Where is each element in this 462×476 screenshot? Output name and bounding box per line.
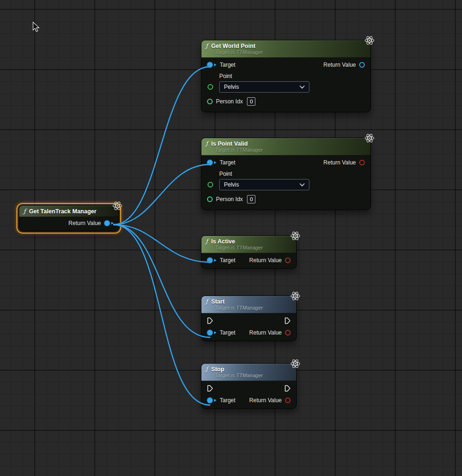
function-icon: ƒ: [206, 298, 208, 305]
node-stop[interactable]: ƒ Stop Target is TTManager Target Return…: [201, 363, 297, 409]
target-input-pin[interactable]: [207, 160, 213, 165]
atom-badge-icon: [290, 359, 300, 369]
chevron-down-icon: [300, 183, 305, 187]
node-header[interactable]: ƒ Is Active Target is TTManager: [201, 236, 296, 253]
blueprint-graph-canvas[interactable]: ƒ Get World Point Target is TTManager Ta…: [0, 0, 462, 476]
return-value-label: Return Value: [249, 257, 282, 264]
node-is-active[interactable]: ƒ Is Active Target is TTManager Target R…: [201, 235, 297, 269]
node-header[interactable]: ƒ Start Target is TTManager: [201, 296, 296, 313]
exec-in-pin[interactable]: [207, 385, 213, 394]
node-title: Stop: [211, 366, 224, 373]
function-icon: ƒ: [206, 42, 208, 49]
target-input-pin[interactable]: [207, 62, 213, 68]
node-header[interactable]: ƒ Get TalenTrack Manager: [19, 206, 118, 217]
point-dropdown[interactable]: Pelvis: [219, 179, 309, 190]
exec-out-pin[interactable]: [285, 317, 291, 326]
pin-wedge-icon: [214, 161, 216, 164]
function-icon: ƒ: [23, 208, 26, 215]
wire-manager-to-get-world-point: [114, 67, 210, 225]
return-value-label: Return Value: [249, 329, 282, 336]
pin-wedge-icon: [111, 222, 114, 225]
function-icon: ƒ: [206, 238, 208, 245]
node-subtitle: Target is TTManager: [215, 305, 292, 311]
target-input-pin[interactable]: [207, 330, 213, 336]
function-icon: ƒ: [206, 140, 208, 147]
return-value-label: Return Value: [323, 62, 356, 68]
atom-badge-icon: [112, 201, 123, 211]
point-pin-label: Point: [219, 171, 365, 178]
point-input-pin[interactable]: [208, 182, 213, 187]
target-pin-label: Target: [220, 397, 235, 404]
node-header[interactable]: ƒ Get World Point Target is TTManager: [201, 40, 370, 58]
node-get-talentrack-manager[interactable]: ƒ Get TalenTrack Manager Return Value: [19, 205, 119, 231]
wire-manager-to-is-point-valid: [114, 164, 210, 225]
return-value-label: Return Value: [69, 220, 101, 226]
pin-wedge-icon: [214, 399, 216, 402]
person-idx-input[interactable]: 0: [247, 97, 255, 106]
node-subtitle: Target is TTManager: [215, 245, 292, 250]
node-title: Get World Point: [211, 43, 255, 49]
point-input-pin[interactable]: [208, 84, 213, 90]
pin-wedge-icon: [214, 259, 216, 262]
return-value-pin[interactable]: [104, 220, 110, 226]
return-value-pin[interactable]: [285, 258, 291, 263]
person-idx-input-pin[interactable]: [207, 99, 213, 104]
target-pin-label: Target: [220, 159, 235, 166]
pin-wedge-icon: [214, 63, 216, 66]
pin-wedge-icon: [214, 331, 216, 334]
target-input-pin[interactable]: [207, 258, 213, 263]
node-subtitle: Target is TTManager: [215, 147, 366, 153]
return-value-label: Return Value: [249, 397, 282, 404]
node-header[interactable]: ƒ Is Point Valid Target is TTManager: [201, 138, 370, 156]
atom-badge-icon: [364, 35, 375, 46]
atom-badge-icon: [290, 231, 300, 241]
return-value-label: Return Value: [323, 159, 356, 166]
exec-in-pin[interactable]: [207, 317, 213, 326]
exec-out-pin[interactable]: [285, 385, 291, 394]
atom-badge-icon: [364, 133, 375, 143]
target-pin-label: Target: [220, 62, 235, 68]
target-pin-label: Target: [220, 257, 235, 264]
node-start[interactable]: ƒ Start Target is TTManager Target Retur…: [201, 296, 297, 341]
return-value-pin[interactable]: [359, 62, 365, 68]
node-title: Get TalenTrack Manager: [29, 208, 97, 215]
person-idx-label: Person Idx: [216, 98, 243, 105]
wire-manager-to-is-active: [114, 225, 210, 262]
target-pin-label: Target: [220, 329, 235, 336]
mouse-cursor: [32, 22, 40, 34]
return-value-pin[interactable]: [359, 160, 365, 165]
node-title: Is Active: [211, 238, 235, 245]
person-idx-label: Person Idx: [216, 196, 243, 203]
return-value-pin[interactable]: [285, 398, 291, 403]
node-title: Is Point Valid: [211, 140, 248, 147]
node-title: Start: [211, 298, 224, 305]
function-icon: ƒ: [206, 366, 208, 373]
return-value-pin[interactable]: [285, 330, 291, 336]
wire-manager-to-stop: [114, 225, 210, 405]
person-idx-input[interactable]: 0: [247, 195, 255, 203]
point-dropdown[interactable]: Pelvis: [219, 81, 309, 93]
node-get-world-point[interactable]: ƒ Get World Point Target is TTManager Ta…: [201, 40, 371, 112]
node-header[interactable]: ƒ Stop Target is TTManager: [201, 364, 296, 381]
node-subtitle: Target is TTManager: [215, 49, 366, 55]
wire-manager-to-start: [114, 225, 210, 337]
target-input-pin[interactable]: [207, 398, 213, 403]
person-idx-input-pin[interactable]: [207, 196, 213, 202]
point-pin-label: Point: [219, 73, 365, 80]
node-is-point-valid[interactable]: ƒ Is Point Valid Target is TTManager Tar…: [201, 138, 371, 210]
point-dropdown-value: Pelvis: [224, 84, 239, 90]
chevron-down-icon: [300, 86, 305, 89]
atom-badge-icon: [290, 291, 300, 301]
node-subtitle: Target is TTManager: [215, 373, 292, 378]
point-dropdown-value: Pelvis: [224, 181, 239, 188]
